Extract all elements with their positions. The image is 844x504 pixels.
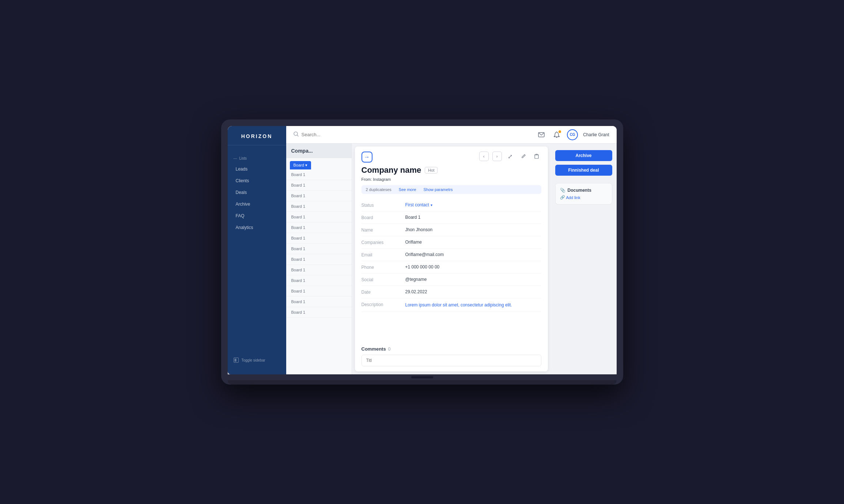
field-label-social: Social — [362, 277, 405, 282]
detail-from: From: Instagram — [362, 177, 541, 182]
laptop-notch — [411, 376, 433, 378]
topbar: CG Charlie Grant — [286, 126, 617, 144]
field-label-description: Description — [362, 302, 405, 307]
toggle-sidebar-button[interactable]: Toggle sidebar — [228, 353, 286, 367]
detail-action-buttons: ‹ › ⤢ — [479, 152, 541, 161]
list-item[interactable]: Board 1 — [286, 265, 352, 275]
field-value-name: Jhon Jhonson — [405, 227, 541, 232]
toggle-sidebar-label: Toggle sidebar — [242, 358, 265, 362]
list-item[interactable]: Board 1 — [286, 169, 352, 180]
field-value-description: Lorem ipsum dolor sit amet, consectetur … — [405, 302, 512, 308]
detail-title-row: Company name Hot — [362, 165, 541, 175]
sidebar-item-analytics[interactable]: Analytics — [230, 222, 284, 233]
status-value-text: First contact — [405, 202, 429, 207]
list-item[interactable]: Board 1 — [286, 254, 352, 265]
next-button[interactable]: › — [492, 152, 502, 161]
list-item[interactable]: Board 1 — [286, 297, 352, 307]
list-item[interactable]: Board 1 — [286, 191, 352, 201]
list-item[interactable]: Board 1 — [286, 307, 352, 318]
board-header: Compa... — [286, 144, 352, 158]
sidebar-nav: Lists Leads Clients Deals Archive FAQ — [228, 156, 286, 353]
field-label-status: Status — [362, 202, 405, 208]
search-input[interactable] — [302, 132, 363, 137]
field-row-email: Email Oriflame@mail.com — [362, 249, 541, 261]
topbar-actions: CG Charlie Grant — [536, 129, 609, 140]
notification-icon[interactable] — [552, 130, 562, 140]
comments-title: Comments 0 — [362, 346, 541, 352]
edit-icon[interactable] — [519, 152, 528, 161]
field-row-name: Name Jhon Jhonson — [362, 224, 541, 236]
field-label-board: Board — [362, 215, 405, 220]
field-label-name: Name — [362, 227, 405, 233]
documents-section: 📎 Documents 🔗 Add link — [555, 183, 612, 205]
comments-section: Comments 0 — [355, 341, 548, 371]
paperclip-icon: 📎 — [560, 188, 565, 193]
field-value-board: Board 1 — [405, 215, 541, 220]
show-params-link[interactable]: Show parametrs — [424, 187, 453, 192]
back-button[interactable]: → — [362, 152, 372, 163]
notification-badge — [559, 130, 561, 133]
list-item[interactable]: Board 1 — [286, 275, 352, 286]
expand-icon[interactable]: ⤢ — [506, 152, 515, 161]
field-row-phone: Phone +1 000 000 00 00 — [362, 261, 541, 274]
duplicates-count: 2 duplicateses — [366, 187, 391, 192]
detail-panel: → ‹ › ⤢ — [355, 146, 548, 371]
sidebar-item-archive[interactable]: Archive — [230, 199, 284, 210]
sidebar-item-deals[interactable]: Deals — [230, 187, 284, 198]
sidebar-item-faq[interactable]: FAQ — [230, 210, 284, 221]
duplicates-bar: 2 duplicateses See more Show parametrs — [362, 185, 541, 194]
svg-rect-6 — [535, 155, 538, 159]
field-value-phone: +1 000 000 00 00 — [405, 264, 541, 270]
arrow-right-icon: → — [364, 154, 370, 160]
prev-button[interactable]: ‹ — [479, 152, 489, 161]
finished-deal-button[interactable]: Finnished deal — [555, 165, 612, 176]
field-label-date: Date — [362, 289, 405, 295]
list-item[interactable]: Board 1 — [286, 233, 352, 244]
sidebar-item-leads[interactable]: Leads — [230, 164, 284, 175]
comments-count: 0 — [388, 347, 391, 352]
field-label-phone: Phone — [362, 264, 405, 270]
board-list: Board 1 Board 1 Board 1 Board 1 Board 1 … — [286, 169, 352, 374]
content-area: Compa... Board ▾ Board 1 Board 1 Board 1 — [286, 144, 617, 374]
field-row-date: Date 29.02.2022 — [362, 286, 541, 298]
company-name: Company name — [362, 165, 421, 175]
field-value-companies: Oriflame — [405, 240, 541, 245]
list-item[interactable]: Board 1 — [286, 201, 352, 212]
add-link-button[interactable]: 🔗 Add link — [560, 195, 608, 200]
list-item[interactable]: Board 1 — [286, 222, 352, 233]
user-name[interactable]: Charlie Grant — [583, 132, 609, 137]
sidebar: HORIZON Lists Leads Clients Deals Archiv… — [228, 126, 286, 374]
list-item[interactable]: Board 1 — [286, 180, 352, 191]
user-avatar[interactable]: CG — [567, 129, 578, 140]
field-label-companies: Companies — [362, 240, 405, 245]
list-item[interactable]: Board 1 — [286, 212, 352, 222]
laptop-base — [228, 380, 617, 385]
hot-badge: Hot — [425, 167, 438, 173]
comment-input[interactable] — [362, 355, 541, 366]
field-row-companies: Companies Oriflame — [362, 236, 541, 249]
toggle-sidebar-icon — [234, 358, 239, 363]
sidebar-section-label: Lists — [228, 156, 286, 163]
see-more-link[interactable]: See more — [399, 187, 416, 192]
field-row-status: Status First contact ▾ — [362, 199, 541, 211]
chevron-down-icon: ▾ — [431, 203, 432, 207]
board-title: Compa... — [291, 148, 347, 154]
delete-icon[interactable] — [532, 152, 541, 161]
main-area: CG Charlie Grant Compa... Boa — [286, 126, 617, 374]
status-dropdown[interactable]: First contact ▾ — [405, 202, 432, 207]
field-row-social: Social @tegname — [362, 274, 541, 286]
field-value-social: @tegname — [405, 277, 541, 282]
field-row-board: Board Board 1 — [362, 211, 541, 224]
sidebar-item-clients[interactable]: Clients — [230, 175, 284, 186]
list-item[interactable]: Board 1 — [286, 286, 352, 297]
app-logo: HORIZON — [228, 133, 286, 145]
board-tabs: Board ▾ — [286, 158, 352, 169]
board-panel: Compa... Board ▾ Board 1 Board 1 Board 1 — [286, 144, 352, 374]
documents-title: 📎 Documents — [560, 188, 608, 193]
list-item[interactable]: Board 1 — [286, 244, 352, 254]
mail-icon[interactable] — [536, 130, 546, 140]
field-row-description: Description Lorem ipsum dolor sit amet, … — [362, 298, 541, 312]
tab-board[interactable]: Board ▾ — [290, 161, 311, 169]
svg-point-5 — [556, 137, 557, 138]
archive-button[interactable]: Archive — [555, 150, 612, 161]
